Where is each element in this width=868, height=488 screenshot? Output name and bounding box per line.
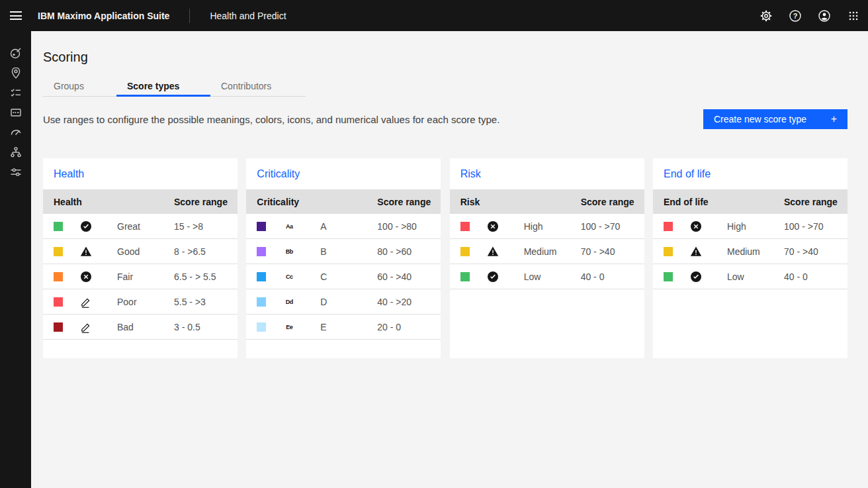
score-label: Good	[117, 246, 140, 257]
score-range-value: 60 - >40	[377, 271, 412, 282]
score-range-value: 70 - >40	[784, 246, 818, 257]
score-label: Low	[524, 271, 541, 282]
score-range-row[interactable]: High100 - >70	[653, 214, 847, 239]
score-label: C	[320, 271, 327, 282]
table-header: HealthScore range	[43, 189, 238, 214]
column-header-score-range: Score range	[174, 197, 228, 207]
score-range-value: 15 - >8	[174, 221, 203, 232]
color-swatch	[460, 272, 470, 281]
color-swatch	[257, 272, 266, 281]
page-description: Use ranges to configure the possible mea…	[43, 114, 499, 125]
score-type-title-link[interactable]: End of life	[664, 168, 711, 180]
error-filled-icon	[486, 220, 499, 232]
tab-score-types[interactable]: Score types	[116, 75, 210, 97]
letter-icon: Aa	[282, 223, 296, 230]
column-header-score-range: Score range	[784, 197, 838, 207]
score-range-row[interactable]: BbB80 - >60	[246, 239, 441, 264]
asset-card-icon[interactable]	[0, 103, 31, 122]
color-swatch	[257, 322, 266, 332]
score-type-title-link[interactable]: Criticality	[257, 168, 300, 180]
score-range-row[interactable]: Great15 - >8	[43, 214, 238, 239]
gauge-icon[interactable]	[0, 122, 31, 142]
letter-icon: Cc	[282, 273, 296, 280]
color-swatch	[664, 272, 673, 281]
gear-icon[interactable]	[752, 0, 781, 31]
color-swatch	[664, 222, 673, 231]
score-range-row[interactable]: EeE20 - 0	[246, 315, 441, 340]
score-type-cards: HealthHealthScore rangeGreat15 - >8Good8…	[43, 158, 847, 358]
color-swatch	[54, 222, 63, 231]
hamburger-menu-icon[interactable]	[0, 0, 31, 31]
score-label: B	[320, 246, 326, 257]
score-label: Fair	[117, 271, 133, 282]
checklist-icon[interactable]	[0, 83, 31, 103]
meter-alt-icon[interactable]	[0, 43, 31, 63]
top-header-bar: IBM Maximo Application Suite Health and …	[0, 0, 868, 31]
score-range-row[interactable]: CcC60 - >40	[246, 264, 441, 289]
score-range-row[interactable]: Fair6.5 - > 5.5	[43, 264, 238, 289]
score-range-value: 6.5 - > 5.5	[174, 271, 216, 282]
settings-adjust-icon[interactable]	[0, 162, 31, 182]
header-divider	[189, 9, 190, 23]
score-type-title-link[interactable]: Health	[54, 168, 84, 180]
score-type-card: RiskRiskScore rangeHigh100 - >70Medium70…	[450, 158, 644, 358]
column-header-score-range: Score range	[581, 197, 634, 207]
score-label: Great	[117, 221, 140, 232]
column-header-score-range: Score range	[377, 197, 431, 207]
score-type-title-link[interactable]: Risk	[460, 168, 481, 180]
score-range-value: 40 - >20	[377, 297, 412, 307]
hierarchy-icon[interactable]	[0, 142, 31, 162]
grid-icon[interactable]	[839, 0, 868, 31]
column-header-name: Criticality	[257, 197, 299, 207]
user-avatar-icon[interactable]	[810, 0, 839, 31]
score-range-value: 5.5 - >3	[174, 297, 206, 307]
color-swatch	[664, 247, 673, 256]
score-type-card: HealthHealthScore rangeGreat15 - >8Good8…	[43, 158, 238, 358]
letter-icon: Bb	[282, 248, 296, 255]
tab-groups[interactable]: Groups	[43, 75, 116, 97]
page-title: Scoring	[43, 50, 847, 65]
score-range-row[interactable]: Poor5.5 - >3	[43, 289, 238, 315]
score-range-row[interactable]: High100 - >70	[450, 214, 644, 239]
score-label: D	[320, 297, 327, 307]
column-header-name: Health	[54, 197, 82, 207]
svg-text:?: ?	[793, 12, 798, 20]
brand-title: IBM Maximo Application Suite	[38, 11, 169, 21]
score-range-row[interactable]: Low40 - 0	[653, 264, 847, 289]
warning-filled-icon	[486, 246, 499, 258]
score-label: High	[727, 221, 746, 232]
main-content: Scoring Groups Score types Contributors …	[31, 31, 868, 488]
create-new-score-type-button[interactable]: Create new score type +	[703, 109, 847, 129]
error-filled-icon	[689, 220, 703, 232]
score-range-row[interactable]: Low40 - 0	[450, 264, 644, 289]
table-header: RiskScore range	[450, 189, 644, 214]
score-range-row[interactable]: AaA100 - >80	[246, 214, 441, 239]
location-icon[interactable]	[0, 63, 31, 83]
score-range-row[interactable]: Good8 - >6.5	[43, 239, 238, 264]
score-range-row[interactable]: DdD40 - >20	[246, 289, 441, 315]
score-range-row[interactable]: Medium70 - >40	[653, 239, 847, 264]
color-swatch	[54, 247, 63, 256]
warning-filled-icon	[79, 246, 93, 258]
color-swatch	[460, 247, 470, 256]
color-swatch	[54, 322, 63, 332]
score-range-row[interactable]: Bad3 - 0.5	[43, 315, 238, 340]
create-button-label: Create new score type	[714, 114, 806, 124]
score-range-row[interactable]: Medium70 - >40	[450, 239, 644, 264]
tab-bar: Groups Score types Contributors	[43, 75, 847, 97]
table-header: End of lifeScore range	[653, 189, 847, 214]
column-header-name: Risk	[460, 197, 480, 207]
score-label: Bad	[117, 322, 134, 332]
score-range-value: 3 - 0.5	[174, 322, 200, 332]
checkmark-filled-icon	[689, 271, 703, 283]
score-label: Low	[727, 271, 744, 282]
color-swatch	[54, 297, 63, 307]
tab-contributors[interactable]: Contributors	[210, 75, 306, 97]
score-range-value: 100 - >70	[581, 221, 621, 232]
score-range-value: 8 - >6.5	[174, 246, 206, 257]
color-swatch	[257, 222, 266, 231]
score-range-value: 70 - >40	[581, 246, 615, 257]
help-icon[interactable]: ?	[781, 0, 810, 31]
checkmark-filled-icon	[486, 271, 499, 283]
color-swatch	[460, 222, 470, 231]
